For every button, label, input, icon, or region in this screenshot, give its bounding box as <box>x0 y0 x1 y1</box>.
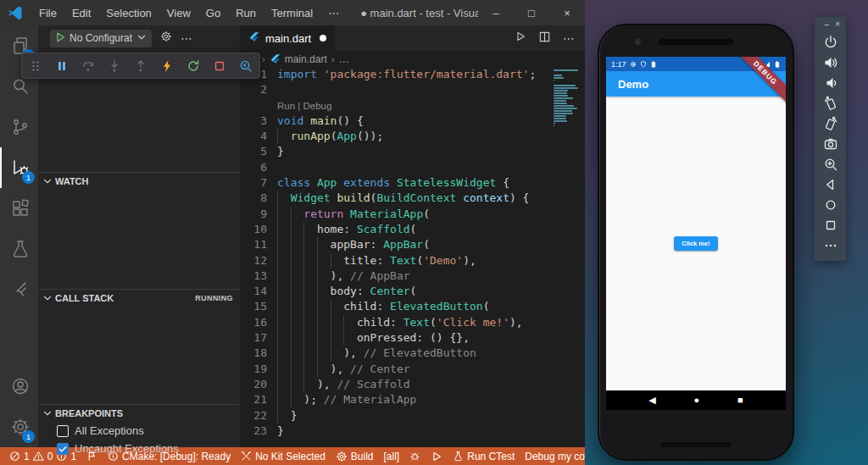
stop-button[interactable] <box>212 58 227 74</box>
breakpoint-label: All Exceptions <box>75 424 144 437</box>
section-header[interactable]: WATCH <box>38 172 240 190</box>
codelens-run-debug[interactable]: Run | Debug <box>240 98 585 113</box>
activity-test-icon[interactable] <box>0 229 38 269</box>
statusbar-ctest-debug[interactable] <box>405 447 425 465</box>
emulator-rotate-right-button[interactable] <box>815 113 846 134</box>
click-me-button[interactable]: Click me! <box>674 236 717 251</box>
debug-toolbar <box>21 53 260 79</box>
section-header[interactable]: BREAKPOINTS <box>38 404 240 422</box>
section-label: CALL STACK <box>55 293 114 303</box>
tab-main-dart[interactable]: main.dart <box>240 25 336 51</box>
debug-more-actions-icon[interactable]: ⋯ <box>181 31 192 45</box>
statusbar-build-button[interactable]: Build <box>331 447 378 465</box>
camera-icon <box>823 136 838 152</box>
emulator-back-button[interactable] <box>815 174 846 195</box>
menu-edit[interactable]: Edit <box>64 0 98 25</box>
section-watch: WATCH <box>38 172 240 190</box>
hot-reload-button[interactable] <box>159 58 175 74</box>
android-home-button[interactable]: ● <box>694 396 700 405</box>
debug-sidebar-header: No Configurat ⋯ <box>38 25 240 51</box>
minimap-line <box>554 113 573 114</box>
start-debug-icon[interactable] <box>54 31 66 46</box>
minimap-line <box>554 102 567 104</box>
menu-file[interactable]: File <box>31 0 64 25</box>
activity-settings-gear-icon[interactable]: 1 <box>0 407 38 447</box>
breadcrumb-item[interactable]: … <box>339 53 349 65</box>
activity-flutter-outline-icon[interactable] <box>0 269 38 310</box>
emulator-more-button[interactable] <box>815 235 846 256</box>
android-back-button[interactable]: ◀ <box>648 396 655 405</box>
restart-button[interactable] <box>186 58 201 74</box>
emulator-close-button[interactable]: × <box>835 20 840 29</box>
debug-config-dropdown[interactable]: No Configurat <box>50 30 152 47</box>
minimize-button[interactable]: – <box>478 0 514 25</box>
statusbar-debug-config[interactable]: Debug my co <box>520 447 585 465</box>
token-pl: ()); <box>357 130 383 142</box>
split-editor-icon[interactable] <box>538 30 551 47</box>
gear-small-icon <box>160 30 172 42</box>
statusbar-ctest-run[interactable] <box>426 447 447 465</box>
android-overview-button[interactable]: ■ <box>737 396 743 405</box>
indent-guides <box>277 237 318 252</box>
menu-selection[interactable]: Selection <box>98 0 159 25</box>
maximize-button[interactable]: □ <box>514 0 549 25</box>
indent-guides <box>277 315 344 330</box>
grip-button[interactable] <box>28 58 43 74</box>
breakpoint-row[interactable]: Uncaught Exceptions <box>38 440 240 457</box>
breadcrumb-item[interactable]: main.dart <box>270 53 327 65</box>
minimap[interactable] <box>554 69 579 128</box>
power-icon <box>823 35 838 50</box>
pause-button[interactable] <box>54 58 70 74</box>
menu-terminal[interactable]: Terminal <box>264 0 320 25</box>
breakpoint-row[interactable]: All Exceptions <box>38 422 240 440</box>
statusbar-run-ctest[interactable]: Run CTest <box>448 447 519 465</box>
emulator-camera-button[interactable] <box>815 134 846 154</box>
token-pl: ( <box>430 316 437 329</box>
menu-view[interactable]: View <box>159 0 198 25</box>
section-header[interactable]: CALL STACKRUNNING <box>38 289 240 307</box>
emulator-rotate-left-button[interactable] <box>815 93 846 113</box>
token-pl: ( <box>423 238 430 251</box>
code-text: } <box>277 408 297 423</box>
run-file-icon[interactable] <box>515 30 526 46</box>
emulator-overview-button[interactable] <box>815 215 846 235</box>
line-number: 18 <box>240 346 267 361</box>
checkbox-unchecked[interactable] <box>57 425 69 437</box>
activity-extensions-icon[interactable] <box>0 188 38 229</box>
badge: 1 <box>22 171 35 184</box>
emulator-minimize-button[interactable]: – <box>825 20 830 29</box>
emulator-home-button[interactable] <box>815 195 846 215</box>
gear-small-icon <box>336 451 348 462</box>
step-over-icon <box>81 59 95 73</box>
menu-run[interactable]: Run <box>228 0 264 25</box>
close-button[interactable]: × <box>549 0 585 25</box>
token-pl: { <box>496 176 509 189</box>
account-icon <box>10 376 31 396</box>
token-kw: class <box>277 176 310 189</box>
statusbar-kit-selection[interactable]: No Kit Selected <box>236 447 330 465</box>
activity-account-icon[interactable] <box>0 366 38 407</box>
screenshot-stage: 1:17 Demo Click me! ◀ ● <box>0 0 868 465</box>
code-line-15: 15 child: ElevatedButton( <box>240 299 585 314</box>
activity-source-control-icon[interactable] <box>0 107 38 147</box>
inspector-button[interactable] <box>238 58 253 74</box>
indent-guides <box>277 222 304 237</box>
menu-[interactable]: ⋯ <box>320 0 347 25</box>
menu-go[interactable]: Go <box>198 0 228 25</box>
breadcrumb: b›main.dart›… <box>240 51 585 67</box>
emulator-power-button[interactable] <box>815 32 846 53</box>
emulator-volume-down-button[interactable] <box>815 73 846 93</box>
statusbar-build-target[interactable]: [all] <box>380 447 404 465</box>
editor-more-actions-icon[interactable]: ⋯ <box>563 31 575 45</box>
emulator-zoom-button[interactable] <box>815 154 846 174</box>
code-editor[interactable]: 1import 'package:flutter/material.dart';… <box>240 67 585 447</box>
activity-run-debug-icon[interactable]: 1 <box>0 147 38 188</box>
token-cls: Scaffold <box>357 223 410 235</box>
play-small-icon <box>431 451 442 462</box>
emulator-volume-up-button[interactable] <box>815 53 846 73</box>
debug-settings-gear-icon[interactable] <box>160 30 172 46</box>
line-number: 11 <box>240 237 267 252</box>
unsaved-dot-icon[interactable] <box>320 35 326 42</box>
hot-reload-icon <box>160 59 174 73</box>
checkbox-checked[interactable] <box>57 443 69 455</box>
